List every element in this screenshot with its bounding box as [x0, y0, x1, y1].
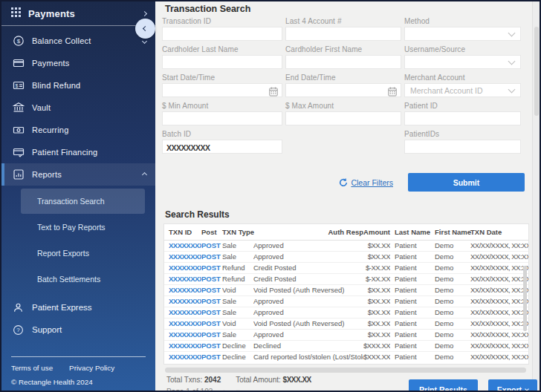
last4-account-input[interactable] [286, 29, 401, 42]
col-txn-id[interactable]: TXN ID [164, 224, 201, 240]
cell-txn-id-link[interactable]: XXXXXXXXX [164, 273, 201, 284]
chevron-right-icon[interactable] [142, 10, 147, 16]
cell-txn-id-link[interactable]: XXXXXXXXX [164, 240, 201, 251]
terms-of-use-link[interactable]: Terms of use [11, 364, 53, 372]
sidebar-item-balance-collect[interactable]: $ Balance Collect [1, 30, 155, 52]
sidebar-item-support[interactable]: ? Support [1, 318, 155, 341]
cell-txn-id-link[interactable]: XXXXXXXXX [164, 329, 201, 340]
cell-post-link[interactable]: POST [201, 284, 222, 295]
sidebar-item-label: Patient Express [32, 303, 92, 312]
cell-amount: $XXX.XX [363, 351, 390, 362]
export-button[interactable]: Export [488, 379, 537, 392]
apps-grid-icon[interactable] [11, 7, 21, 20]
calendar-icon[interactable] [388, 86, 397, 99]
cell-post-link[interactable]: POST [201, 329, 222, 340]
cell-post-link[interactable]: POST [201, 340, 222, 351]
print-results-button[interactable]: Print Results [409, 379, 478, 392]
col-amount[interactable]: Amount [363, 224, 390, 240]
field-label: Merchant Account [404, 74, 521, 82]
sidebar-item-recurring[interactable]: Recurring [1, 119, 155, 141]
cell-post-link[interactable]: POST [201, 351, 222, 362]
sidebar-item-patient-express[interactable]: Patient Express [1, 296, 155, 318]
clear-filters-link[interactable]: Clear Filters [339, 178, 393, 187]
table-scrollbar[interactable] [523, 266, 527, 331]
sidebar-item-label: Blind Refund [32, 81, 146, 90]
sidebar-item-payments[interactable]: Payments [1, 52, 155, 74]
cell-txn-id-link[interactable]: XXXXXXXXX [164, 295, 201, 307]
cell-post-link[interactable]: POST [201, 307, 222, 318]
cell-auth-resp: Approved [253, 329, 363, 340]
cell-txn-id-link[interactable]: XXXXXXXXX [164, 262, 201, 273]
sidebar-item-patient-financing[interactable]: Patient Financing [1, 141, 155, 163]
sidebar-item-blind-refund[interactable]: $ Blind Refund [1, 74, 155, 97]
cell-txn-date: XX/XX/XXXX, XX:XX [469, 340, 529, 351]
col-last-name[interactable]: Last Name [390, 224, 435, 240]
method-select[interactable] [404, 27, 521, 41]
sidebar-item-transaction-search[interactable]: Transaction Search [21, 189, 145, 214]
cell-post-link[interactable]: POST [201, 262, 222, 273]
credit-card-icon [12, 57, 25, 69]
col-txn-date[interactable]: TXN Date [469, 224, 529, 240]
merchant-account-select[interactable]: Merchant Account ID [404, 83, 521, 97]
cell-post-link[interactable]: POST [201, 251, 222, 262]
field-label: Last 4 Account # [285, 17, 401, 25]
table-row: XXXXXXXXX POST Decline Declined $XXX.XX … [164, 340, 529, 351]
sub-item-label: Text to Pay Reports [37, 223, 106, 232]
cell-txn-id-link[interactable]: XXXXXXXXX [164, 340, 201, 351]
sidebar-item-batch-settlements[interactable]: Batch Settlements [1, 266, 155, 292]
merchant-account-placeholder: Merchant Account ID [405, 86, 509, 95]
table-row: XXXXXXXXX POST Refund Credit Posted $-XX… [164, 262, 529, 273]
col-txn-type[interactable]: TXN Type [222, 224, 253, 240]
cell-txn-id-link[interactable]: XXXXXXXXX [164, 284, 201, 295]
next-page-icon[interactable]: › [223, 387, 226, 392]
cell-auth-resp: Void Posted (Auth Reversed) [253, 318, 363, 329]
cardholder-first-name-input[interactable] [286, 57, 401, 70]
start-date-input[interactable] [163, 85, 282, 98]
col-first-name[interactable]: First Name [435, 224, 469, 240]
cell-txn-id-link[interactable]: XXXXXXXXX [164, 251, 201, 262]
last-page-icon[interactable]: » [236, 387, 241, 392]
sidebar-item-report-exports[interactable]: Report Exports [1, 240, 155, 266]
patient-ids-input[interactable] [405, 142, 520, 154]
sidebar-item-vault[interactable]: Vault [1, 97, 155, 119]
username-source-select[interactable] [404, 55, 521, 69]
field-transaction-id: Transaction ID [162, 17, 282, 41]
chevron-down-icon [508, 85, 516, 93]
sidebar-collapse-button[interactable] [135, 19, 155, 39]
cell-txn-date: XX/XX/XXXX, XX:XX [469, 329, 529, 340]
sidebar-item-text-to-pay-reports[interactable]: Text to Pay Reports [1, 214, 155, 240]
footer-divider [11, 356, 146, 357]
min-amount-input[interactable] [163, 114, 282, 126]
col-post[interactable]: Post [201, 224, 222, 240]
cell-first-name: Demo [435, 340, 469, 351]
cell-txn-id-link[interactable]: XXXXXXXXX [164, 351, 201, 362]
sidebar-item-reports[interactable]: Reports [1, 163, 155, 186]
form-actions: Clear Filters Submit [162, 173, 525, 192]
cell-post-link[interactable]: POST [201, 273, 222, 284]
cell-txn-date: XX/XX/XXXX, XX:XX [469, 251, 529, 262]
cell-first-name: Demo [435, 329, 469, 340]
cardholder-last-name-input[interactable] [163, 57, 282, 70]
cell-post-link[interactable]: POST [201, 295, 222, 307]
end-date-input[interactable] [286, 85, 401, 98]
cell-post-link[interactable]: POST [201, 240, 222, 251]
cell-amount: $XX.XX [363, 251, 390, 262]
batch-id-input[interactable] [163, 142, 282, 154]
patient-id-input[interactable] [405, 114, 520, 126]
copyright-text: © Rectangle Health 2024 [11, 378, 146, 386]
horizontal-scrollbar[interactable] [165, 368, 526, 373]
field-label: Transaction ID [162, 17, 282, 25]
transaction-id-input[interactable] [163, 29, 282, 42]
calendar-icon[interactable] [269, 86, 278, 99]
cell-txn-id-link[interactable]: XXXXXXXXX [164, 307, 201, 318]
cell-post-link[interactable]: POST [201, 318, 222, 329]
cell-txn-id-link[interactable]: XXXXXXXXX [164, 318, 201, 329]
max-amount-input[interactable] [286, 114, 401, 126]
submit-button[interactable]: Submit [408, 173, 525, 192]
form-spacer [285, 130, 401, 154]
field-label: Start Date/Time [162, 74, 282, 82]
cell-amount: $XXX.XX [363, 340, 390, 351]
page-scrollbar[interactable] [532, 1, 540, 391]
col-auth-resp[interactable]: Auth Resp [253, 224, 363, 240]
privacy-policy-link[interactable]: Privacy Policy [69, 364, 114, 372]
